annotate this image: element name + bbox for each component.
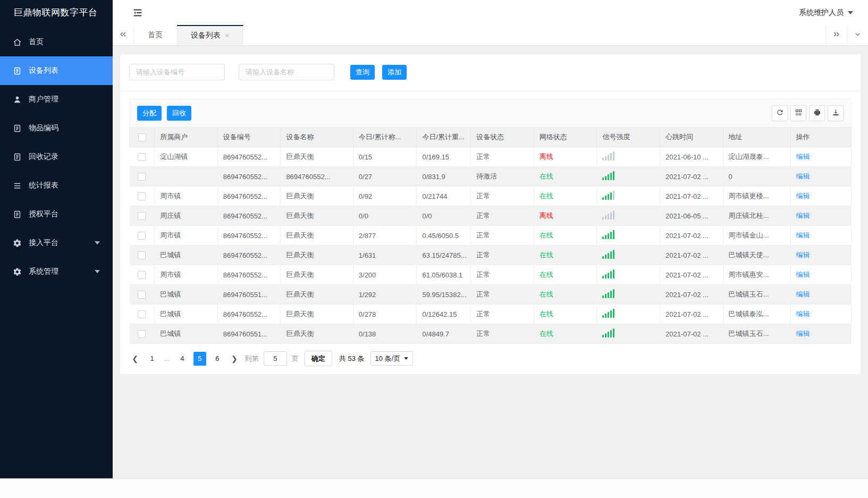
print-button[interactable]: [809, 105, 825, 121]
tab-label: 设备列表: [191, 31, 221, 40]
cell-text: 8694760552...: [223, 192, 267, 200]
user-menu[interactable]: 系统维护人员: [799, 8, 853, 18]
confirm-button[interactable]: 确定: [305, 351, 332, 366]
edit-link[interactable]: 编辑: [796, 251, 810, 259]
page-size-select[interactable]: 10 条/页: [370, 351, 414, 366]
cell-text: 8694760552...: [223, 232, 267, 240]
row-checkbox[interactable]: [138, 153, 146, 161]
export-button[interactable]: [828, 105, 844, 121]
add-button[interactable]: 添加: [382, 65, 407, 80]
row-checkbox[interactable]: [138, 310, 146, 318]
cell-text: 巴城镇玉石...: [729, 330, 769, 337]
recycle-button[interactable]: 回收: [167, 106, 191, 121]
page-button-4[interactable]: 4: [176, 352, 189, 366]
signal-cell: [597, 206, 660, 226]
signal-strength-icon: [602, 210, 614, 220]
cell-text: 8694760552...: [286, 173, 330, 181]
sidebar-menu: 首页设备列表商户管理物品编码回收记录统计报表授权平台接入平台系统管理: [0, 28, 113, 286]
edit-link[interactable]: 编辑: [796, 172, 810, 180]
column-settings-button[interactable]: [790, 105, 806, 121]
cell-text: 8694760552...: [223, 212, 267, 220]
page-button-1[interactable]: 1: [146, 352, 158, 366]
row-checkbox[interactable]: [138, 291, 146, 299]
grid-toolbar-left: 分配 回收: [137, 106, 191, 121]
action-cell: 编辑: [790, 265, 851, 285]
app-window: 巨鼎物联网数字平台 首页设备列表商户管理物品编码回收记录统计报表授权平台接入平台…: [0, 0, 868, 478]
sidebar-item-6[interactable]: 授权平台: [0, 200, 113, 229]
cell-text: 0/27: [359, 173, 372, 181]
tab-forward-button[interactable]: [825, 25, 847, 45]
cell-text: 2021-07-02 ...: [665, 330, 709, 338]
row-checkbox[interactable]: [138, 271, 146, 279]
column-header: 设备名称: [281, 128, 353, 147]
cell-text: 2021-07-02 ...: [665, 232, 709, 240]
column-header: 今日/累计称...: [353, 128, 417, 147]
edit-link[interactable]: 编辑: [796, 212, 810, 220]
collapse-sidebar-button[interactable]: [132, 7, 144, 19]
sidebar-item-7[interactable]: 接入平台: [0, 229, 113, 257]
sidebar-item-4[interactable]: 回收记录: [0, 142, 113, 171]
tab-menu-button[interactable]: [847, 25, 868, 45]
signal-cell: [597, 285, 660, 305]
sidebar-item-5[interactable]: 统计报表: [0, 171, 113, 200]
cell-text: 0/21744: [422, 192, 447, 200]
row-checkbox[interactable]: [138, 192, 146, 200]
signal-cell: [597, 246, 660, 265]
today-weight-cell: 0/831.9: [417, 167, 471, 187]
sidebar-item-2[interactable]: 商户管理: [0, 85, 113, 114]
prev-page-button[interactable]: ❮: [129, 352, 141, 366]
cell-text: 巴城镇: [160, 251, 181, 259]
cell-text: 2021-07-02 ...: [665, 291, 709, 299]
cell-text: 巨鼎天衡: [286, 192, 314, 200]
sidebar-item-3[interactable]: 物品编码: [0, 114, 113, 142]
app-title: 巨鼎物联网数字平台: [0, 0, 113, 26]
today-count-cell: 1/292: [353, 285, 417, 305]
query-button[interactable]: 查询: [350, 65, 375, 80]
device-name-input[interactable]: [239, 64, 334, 80]
sidebar-item-1[interactable]: 设备列表: [0, 56, 113, 85]
edit-link[interactable]: 编辑: [796, 330, 810, 337]
chevron-down-icon: [95, 241, 100, 244]
signal-cell: [597, 265, 660, 285]
table-row: 巴城镇8694760552...巨鼎天衡0/2780/12642.15正常在线2…: [130, 305, 852, 324]
network-status-cell: 在线: [534, 167, 597, 187]
device-no-cell: 8694760552...: [217, 246, 281, 265]
tab-0[interactable]: 首页: [134, 25, 177, 45]
edit-link[interactable]: 编辑: [796, 290, 810, 298]
select-all-checkbox[interactable]: [138, 133, 146, 141]
cell-text: 0/12642.15: [422, 310, 457, 318]
edit-link[interactable]: 编辑: [796, 231, 810, 239]
row-checkbox[interactable]: [138, 212, 146, 220]
next-page-button[interactable]: ❯: [229, 352, 240, 366]
edit-link[interactable]: 编辑: [796, 271, 810, 278]
goto-label: 到第: [245, 354, 259, 364]
sidebar-item-label: 商户管理: [29, 95, 100, 104]
doc-icon: [13, 153, 22, 162]
cell-text: 正常: [476, 330, 490, 337]
address-cell: 周市镇更楼...: [723, 187, 790, 206]
sidebar-item-8[interactable]: 系统管理: [0, 257, 113, 286]
assign-button[interactable]: 分配: [137, 106, 162, 121]
cell-text: 正常: [476, 251, 490, 259]
device-no-cell: 8694760551...: [217, 285, 281, 305]
row-checkbox[interactable]: [138, 251, 146, 259]
edit-link[interactable]: 编辑: [796, 153, 810, 161]
refresh-button[interactable]: [772, 105, 788, 121]
goto-page-input[interactable]: [264, 351, 287, 366]
cell-text: 巨鼎天衡: [286, 212, 314, 220]
pagination-pages: 1...456: [146, 352, 224, 366]
row-checkbox[interactable]: [138, 173, 146, 181]
close-icon[interactable]: ×: [225, 32, 229, 39]
page-button-6[interactable]: 6: [211, 352, 224, 366]
cell-text: 巴城镇: [160, 290, 181, 298]
tab-back-button[interactable]: [113, 25, 134, 45]
tab-1[interactable]: 设备列表×: [177, 25, 243, 45]
page-button-5[interactable]: 5: [193, 352, 206, 366]
sidebar-item-0[interactable]: 首页: [0, 28, 113, 56]
network-status-badge: 在线: [540, 172, 553, 180]
device-no-input[interactable]: [129, 64, 225, 80]
edit-link[interactable]: 编辑: [796, 310, 810, 318]
row-checkbox[interactable]: [138, 232, 146, 240]
edit-link[interactable]: 编辑: [796, 192, 810, 200]
row-checkbox[interactable]: [138, 330, 146, 338]
